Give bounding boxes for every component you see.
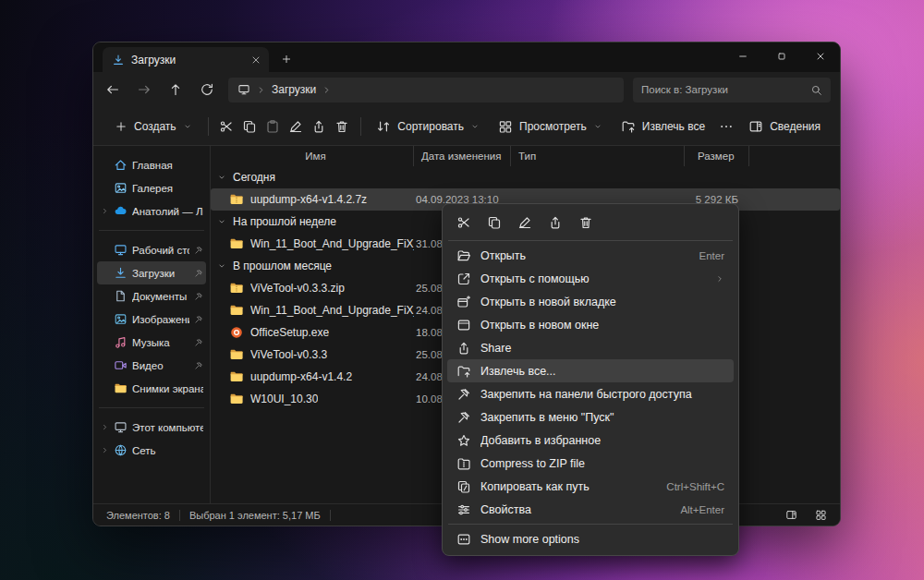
menu-item-копировать-как-путь[interactable]: Копировать как путьCtrl+Shift+C <box>447 475 734 498</box>
cut-button[interactable] <box>215 113 237 140</box>
close-button[interactable] <box>801 42 840 70</box>
maximize-button[interactable] <box>762 42 801 70</box>
extract-icon <box>621 119 636 134</box>
menu-item-добавить-в-избранное[interactable]: Добавить в избранное <box>447 429 734 452</box>
menu-item-compress-to-zip-file[interactable]: Compress to ZIP file <box>447 452 734 475</box>
menu-item-открыть[interactable]: ОткрытьEnter <box>447 244 734 267</box>
tab-downloads[interactable]: Загрузки <box>103 47 269 72</box>
sidebar-item-снимки-экрана[interactable]: Снимки экрана <box>97 377 206 400</box>
sidebar-item-музыка[interactable]: Музыка <box>97 331 206 354</box>
search-box[interactable]: Поиск в: Загрузки <box>633 78 831 103</box>
sidebar-item-label: Снимки экрана <box>132 383 203 394</box>
share-button[interactable] <box>541 210 569 236</box>
this-pc-icon <box>237 83 250 96</box>
menu-item-label: Извлечь все... <box>480 365 715 378</box>
more-options-button[interactable] <box>715 113 736 140</box>
sidebar-item-видео[interactable]: Видео <box>97 354 206 377</box>
status-item-count: Элементов: 8 <box>106 510 170 521</box>
column-header-type[interactable]: Тип <box>511 146 685 166</box>
sidebar-item-сеть[interactable]: Сеть <box>97 439 206 462</box>
menu-item-открыть-в-новой-вкладке[interactable]: Открыть в новой вкладке <box>447 290 734 313</box>
rename-button[interactable] <box>511 210 539 236</box>
pin-icon <box>194 338 203 347</box>
delete-button[interactable] <box>572 210 600 236</box>
folder-icon <box>114 381 128 395</box>
details-view-toggle[interactable] <box>781 507 801 524</box>
menu-item-show-more-options[interactable]: Show more options <box>447 527 734 551</box>
group-header[interactable]: Сегодня <box>211 166 840 188</box>
sidebar-separator <box>99 230 204 231</box>
trash-icon <box>334 119 349 134</box>
copy-button[interactable] <box>480 210 508 236</box>
menu-item-закрепить-в-меню-пуск[interactable]: Закрепить в меню "Пуск" <box>447 405 734 429</box>
up-button[interactable] <box>162 77 189 103</box>
file-name: Win_11_Boot_And_Upgrade_FiX_KiT_v4.0 <box>250 237 414 250</box>
address-bar[interactable]: Загрузки <box>228 78 624 103</box>
open-folder-icon <box>456 248 471 263</box>
sidebar-item-этот-компьютер[interactable]: Этот компьютер <box>97 416 206 439</box>
rename-button[interactable] <box>285 113 306 140</box>
column-header-date[interactable]: Дата изменения <box>414 146 511 166</box>
sidebar-item-изображения[interactable]: Изображения <box>97 308 206 331</box>
menu-item-свойства[interactable]: СвойстваAlt+Enter <box>447 498 734 521</box>
sidebar-item-загрузки[interactable]: Загрузки <box>97 261 206 284</box>
menu-item-открыть-в-новом-окне[interactable]: Открыть в новом окне <box>447 313 734 336</box>
cut-button[interactable] <box>450 210 478 236</box>
sidebar-item-главная[interactable]: Главная <box>97 153 206 176</box>
extract-all-button[interactable]: Извлечь все <box>613 113 713 140</box>
sidebar-item-label: Рабочий стол <box>132 245 189 256</box>
new-tab-button[interactable] <box>274 47 298 71</box>
sidebar-item-label: Изображения <box>132 314 189 325</box>
cut-icon <box>219 119 234 134</box>
network-icon <box>114 443 128 457</box>
zip-icon <box>456 456 471 471</box>
maximize-icon <box>776 51 787 62</box>
menu-item-открыть-с-помощью[interactable]: Открыть с помощью <box>447 267 734 290</box>
sidebar-item-анатолий-личн-[interactable]: Анатолий — Личн... <box>97 199 206 223</box>
sort-button[interactable]: Сортировать <box>368 113 488 140</box>
thumbnail-view-toggle[interactable] <box>810 507 831 524</box>
sidebar-item-документы[interactable]: Документы <box>97 284 206 308</box>
minimize-button[interactable] <box>723 42 762 70</box>
paste-button[interactable] <box>261 113 283 140</box>
menu-item-label: Закрепить в меню "Пуск" <box>480 411 715 424</box>
sidebar-item-label: Этот компьютер <box>132 422 203 433</box>
menu-item-label: Добавить в избранное <box>480 434 715 447</box>
file-name: OfficeSetup.exe <box>250 326 329 339</box>
exe-icon <box>229 325 244 340</box>
music-icon <box>114 335 128 349</box>
sidebar-item-рабочий-стол[interactable]: Рабочий стол <box>97 238 206 261</box>
copy-button[interactable] <box>238 113 260 140</box>
cut-icon <box>456 215 471 230</box>
column-header-name[interactable]: Имя <box>211 146 414 166</box>
new-button[interactable]: Создать <box>106 113 201 140</box>
extract-button-label: Извлечь все <box>642 120 705 133</box>
tab-strip: Загрузки <box>93 42 840 72</box>
command-toolbar: Создать Сортировать Просмотреть <box>93 107 840 146</box>
forward-button[interactable] <box>130 77 158 103</box>
downloads-icon <box>114 266 128 280</box>
status-selection-info: Выбран 1 элемент: 5,17 МБ <box>189 510 321 521</box>
delete-button[interactable] <box>332 113 353 140</box>
chevron-right-icon <box>101 384 109 393</box>
breadcrumb-downloads[interactable]: Загрузки <box>272 83 316 96</box>
up-icon <box>168 82 183 97</box>
menu-item-закрепить-на-панели-быстрого-доступа[interactable]: Закрепить на панели быстрого доступа <box>447 382 734 405</box>
tab-close-icon[interactable] <box>250 54 261 66</box>
chevron-down-icon <box>593 122 602 131</box>
share-icon <box>548 215 563 230</box>
copy-icon <box>242 119 257 134</box>
chevron-right-icon <box>101 184 109 192</box>
pin-icon <box>194 361 203 370</box>
menu-item-извлечь-все[interactable]: Извлечь все... <box>447 359 734 382</box>
details-pane-button[interactable]: Сведения <box>740 113 829 140</box>
menu-separator <box>448 524 733 525</box>
sidebar-item-галерея[interactable]: Галерея <box>97 176 206 199</box>
column-header-size[interactable]: Размер <box>685 146 749 166</box>
copy-icon <box>487 215 502 230</box>
back-button[interactable] <box>99 77 127 103</box>
refresh-button[interactable] <box>193 77 221 103</box>
menu-item-share[interactable]: Share <box>447 336 734 359</box>
share-button[interactable] <box>309 113 330 140</box>
view-button[interactable]: Просмотреть <box>490 113 611 140</box>
